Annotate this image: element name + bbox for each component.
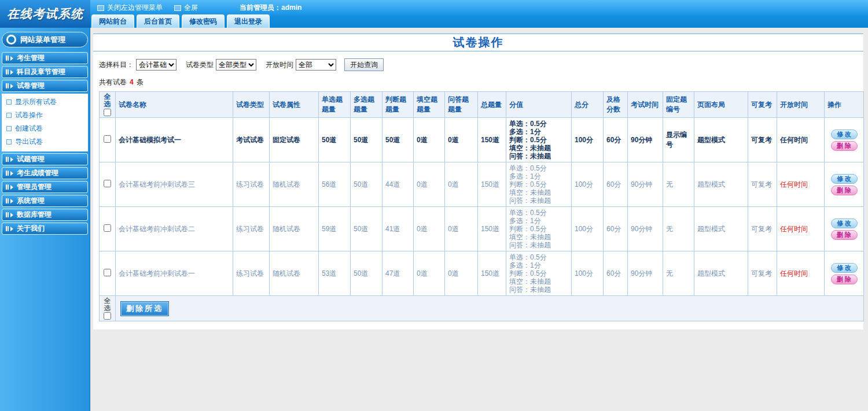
submenu-item[interactable]: 创建试卷 — [2, 122, 88, 135]
top-tab[interactable]: 退出登录 — [227, 14, 270, 28]
table-row: 会计基础考前冲刺试卷一练习试卷随机试卷53道50道47道0道0道150道单选：0… — [100, 251, 864, 296]
cell-attr: 随机试卷 — [270, 207, 319, 251]
row-checkbox[interactable] — [104, 269, 111, 276]
type-select[interactable]: 全部类型 — [216, 59, 256, 71]
sidebar-item[interactable]: 关于我们 — [2, 223, 88, 235]
time-select[interactable]: 全部 — [296, 59, 336, 71]
cell-open-time: 任何时间 — [777, 118, 825, 162]
column-header: 单选题题量 — [319, 92, 351, 118]
column-header: 页面布局 — [694, 92, 748, 118]
column-header: 总分 — [572, 92, 604, 118]
sidebar-item[interactable]: 数据库管理 — [2, 209, 88, 221]
select-all-bottom-checkbox[interactable] — [104, 312, 111, 320]
sidebar-item[interactable]: 试卷管理 — [2, 80, 88, 92]
cell-duration: 90分钟 — [628, 118, 663, 162]
cell-actions: 修改删除 — [825, 118, 864, 162]
menu-arrow-icon — [6, 157, 13, 162]
cell-multi: 50道 — [351, 251, 382, 296]
subject-select[interactable]: 会计基础 — [136, 59, 176, 71]
body: 网站菜单管理 考生管理科目及章节管理试卷管理显示所有试卷试卷操作创建试卷导出试卷… — [0, 28, 868, 411]
sidebar-item[interactable]: 考生管理 — [2, 52, 88, 64]
select-all-checkbox[interactable] — [104, 109, 111, 116]
sidebar-item-label: 数据库管理 — [17, 210, 52, 220]
submenu-item[interactable]: 导出试卷 — [2, 135, 88, 149]
submenu-item-label: 显示所有试卷 — [15, 97, 57, 107]
cell-qa: 0道 — [445, 207, 478, 251]
row-checkbox[interactable] — [104, 135, 111, 143]
delete-button[interactable]: 删除 — [831, 186, 858, 195]
sidebar-item[interactable]: 考生成绩管理 — [2, 167, 88, 179]
column-header: 试卷类型 — [233, 92, 270, 118]
cell-fixed_no: 显示编号 — [663, 118, 694, 162]
cell-pass_score: 60分 — [604, 251, 628, 296]
column-header: 多选题题量 — [351, 92, 382, 118]
cell-actions: 修改删除 — [825, 251, 864, 296]
column-header: 开放时间 — [777, 92, 825, 118]
current-admin-label: 当前管理员：admin — [240, 3, 301, 13]
menu-arrow-icon — [6, 83, 13, 88]
cell-name: 会计基础考前冲刺试卷二 — [116, 207, 233, 251]
main: 试卷操作 选择科目： 会计基础 试卷类型 全部类型 开放时间 全部 开始查询 — [90, 28, 868, 411]
cell-blank: 0道 — [414, 162, 445, 207]
sidebar-item[interactable]: 系统管理 — [2, 195, 88, 207]
list-icon — [6, 99, 12, 105]
cell-attr: 随机试卷 — [270, 162, 319, 207]
query-button[interactable]: 开始查询 — [344, 58, 384, 71]
cell-name: 会计基础考前冲刺试卷一 — [116, 251, 233, 296]
cell-duration: 90分钟 — [628, 162, 663, 207]
delete-selected-button[interactable]: 删除所选 — [120, 301, 169, 316]
top-tab[interactable]: 修改密码 — [182, 14, 225, 28]
column-header: 操作 — [825, 92, 864, 118]
edit-button[interactable]: 修改 — [831, 263, 858, 273]
sidebar-item-label: 试题管理 — [17, 154, 45, 164]
sidebar-item[interactable]: 管理员管理 — [2, 181, 88, 193]
collapse-menu-button[interactable]: 关闭左边管理菜单 — [91, 3, 168, 13]
cell-name: 会计基础考前冲刺试卷三 — [116, 162, 233, 207]
topbar-right: 关闭左边管理菜单 全屏 当前管理员：admin 网站前台后台首页修改密码退出登录 — [90, 0, 868, 28]
row-checkbox[interactable] — [104, 180, 111, 187]
top-tab[interactable]: 网站前台 — [91, 14, 134, 28]
cell-layout: 题型模式 — [694, 162, 748, 207]
list-icon — [6, 113, 12, 118]
edit-button[interactable]: 修改 — [831, 129, 858, 139]
menu-circle-icon — [6, 35, 16, 45]
edit-button[interactable]: 修改 — [831, 174, 858, 184]
submenu-item-label: 导出试卷 — [15, 137, 43, 147]
edit-button[interactable]: 修改 — [831, 219, 858, 228]
top-tab[interactable]: 后台首页 — [137, 14, 179, 28]
column-header: 固定题编号 — [663, 92, 694, 118]
cell-fixed_no: 无 — [663, 207, 694, 251]
menu-arrow-icon — [6, 212, 13, 217]
sidebar-header-label: 网站菜单管理 — [20, 35, 65, 45]
column-header: 判断题题量 — [382, 92, 414, 118]
menu-arrow-icon — [6, 55, 13, 61]
sidebar-item[interactable]: 科目及章节管理 — [2, 66, 88, 78]
count-value: 4 — [130, 78, 134, 86]
row-checkbox[interactable] — [104, 224, 111, 232]
cell-type: 考试试卷 — [233, 118, 270, 162]
sidebar-header: 网站菜单管理 — [2, 32, 88, 47]
submenu-item[interactable]: 试卷操作 — [2, 109, 88, 122]
delete-button[interactable]: 删除 — [831, 230, 858, 240]
cell-blank: 0道 — [414, 251, 445, 296]
table-foot: 全选 删除所选 — [100, 296, 864, 321]
sidebar-item-label: 考生管理 — [17, 53, 45, 63]
cell-retake: 可复考 — [748, 162, 777, 207]
cell-duration: 90分钟 — [628, 207, 663, 251]
fullscreen-button[interactable]: 全屏 — [168, 3, 204, 13]
collapse-menu-icon — [97, 5, 104, 11]
delete-button[interactable]: 删除 — [831, 141, 858, 151]
cell-total_score: 100分 — [572, 207, 604, 251]
cell-judge: 50道 — [382, 118, 414, 162]
cell-multi: 50道 — [351, 118, 382, 162]
sidebar: 网站菜单管理 考生管理科目及章节管理试卷管理显示所有试卷试卷操作创建试卷导出试卷… — [0, 28, 90, 411]
cell-type: 练习试卷 — [233, 162, 270, 207]
cell-fixed_no: 无 — [663, 162, 694, 207]
column-header: 可复考 — [748, 92, 777, 118]
column-header: 分值 — [506, 92, 572, 118]
cell-attr: 固定试卷 — [270, 118, 319, 162]
sidebar-item[interactable]: 试题管理 — [2, 153, 88, 165]
column-header: 问答题题量 — [445, 92, 478, 118]
delete-button[interactable]: 删除 — [831, 275, 858, 284]
submenu-item[interactable]: 显示所有试卷 — [2, 95, 88, 109]
